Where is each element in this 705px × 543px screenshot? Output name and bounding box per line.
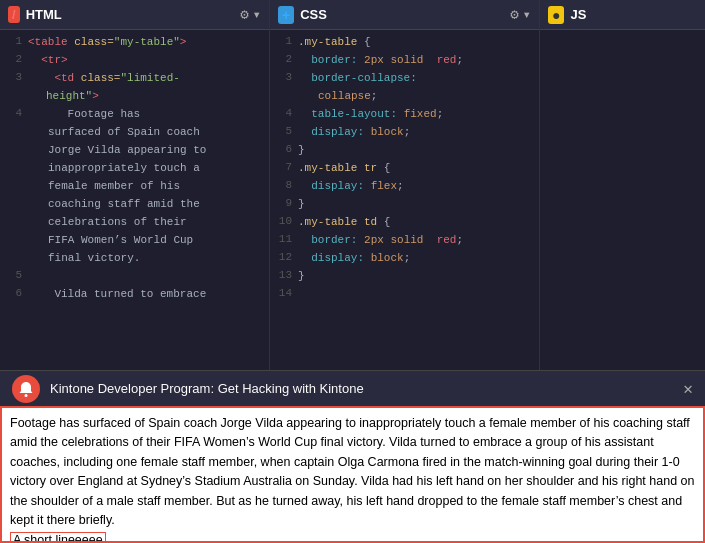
- code-line: 5 display: block;: [270, 124, 539, 142]
- html-panel-header: / HTML ⚙ ▾: [0, 0, 269, 30]
- css-panel: + CSS ⚙ ▾ 1 .my-table { 2 border: 2px so…: [270, 0, 540, 370]
- css-panel-header: + CSS ⚙ ▾: [270, 0, 539, 30]
- html-gear-icon[interactable]: ⚙: [240, 6, 248, 23]
- code-line: 3 <td class="limited-: [0, 70, 269, 88]
- short-line-text: A short lineeeee: [10, 532, 106, 543]
- css-gear-icon[interactable]: ⚙: [510, 6, 518, 23]
- bottom-main-text: Footage has surfaced of Spain coach Jorg…: [10, 414, 695, 530]
- html-panel-title: HTML: [26, 7, 62, 22]
- code-line: 14: [270, 286, 539, 304]
- code-line: 3 border-collapse:: [270, 70, 539, 88]
- js-code-content: [540, 30, 705, 370]
- css-badge: +: [278, 6, 294, 24]
- notification-text: Kintone Developer Program: Get Hacking w…: [50, 381, 673, 396]
- notification-bar: Kintone Developer Program: Get Hacking w…: [0, 370, 705, 406]
- js-panel-title: JS: [570, 7, 586, 22]
- html-panel: / HTML ⚙ ▾ 1 <table class="my-table"> 2 …: [0, 0, 270, 370]
- js-badge: ●: [548, 6, 564, 24]
- code-line: 9 }: [270, 196, 539, 214]
- code-line: Jorge Vilda appearing to: [0, 142, 269, 160]
- code-line: 4 table-layout: fixed;: [270, 106, 539, 124]
- code-line: 2 border: 2px solid red;: [270, 52, 539, 70]
- code-line: FIFA Women’s World Cup: [0, 232, 269, 250]
- notification-icon: [12, 375, 40, 403]
- html-code-content: 1 <table class="my-table"> 2 <tr> 3 <td …: [0, 30, 269, 370]
- svg-point-0: [25, 394, 28, 397]
- bottom-content-area: Footage has surfaced of Spain coach Jorg…: [0, 406, 705, 543]
- code-line: final victory.: [0, 250, 269, 268]
- code-line: coaching staff amid the: [0, 196, 269, 214]
- notification-close-button[interactable]: ✕: [683, 379, 693, 399]
- code-line: 13 }: [270, 268, 539, 286]
- code-line: 5: [0, 268, 269, 286]
- code-line: 1 <table class="my-table">: [0, 34, 269, 52]
- code-line: 4 Footage has: [0, 106, 269, 124]
- code-line: 12 display: block;: [270, 250, 539, 268]
- code-line: 6 }: [270, 142, 539, 160]
- css-panel-title: CSS: [300, 7, 327, 22]
- code-line: collapse;: [270, 88, 539, 106]
- code-line: 6 Vilda turned to embrace: [0, 286, 269, 304]
- code-line: female member of his: [0, 178, 269, 196]
- css-code-content: 1 .my-table { 2 border: 2px solid red; 3…: [270, 30, 539, 370]
- code-line: surfaced of Spain coach: [0, 124, 269, 142]
- code-line: 2 <tr>: [0, 52, 269, 70]
- code-line: celebrations of their: [0, 214, 269, 232]
- html-badge: /: [8, 6, 20, 23]
- code-line: height">: [0, 88, 269, 106]
- code-line: 7 .my-table tr {: [270, 160, 539, 178]
- code-line: 11 border: 2px solid red;: [270, 232, 539, 250]
- code-line: 8 display: flex;: [270, 178, 539, 196]
- code-line: 10 .my-table td {: [270, 214, 539, 232]
- css-chevron-icon[interactable]: ▾: [523, 6, 531, 23]
- js-panel-header: ● JS: [540, 0, 705, 30]
- js-panel: ● JS: [540, 0, 705, 370]
- code-line: 1 .my-table {: [270, 34, 539, 52]
- code-line: inappropriately touch a: [0, 160, 269, 178]
- html-chevron-icon[interactable]: ▾: [253, 6, 261, 23]
